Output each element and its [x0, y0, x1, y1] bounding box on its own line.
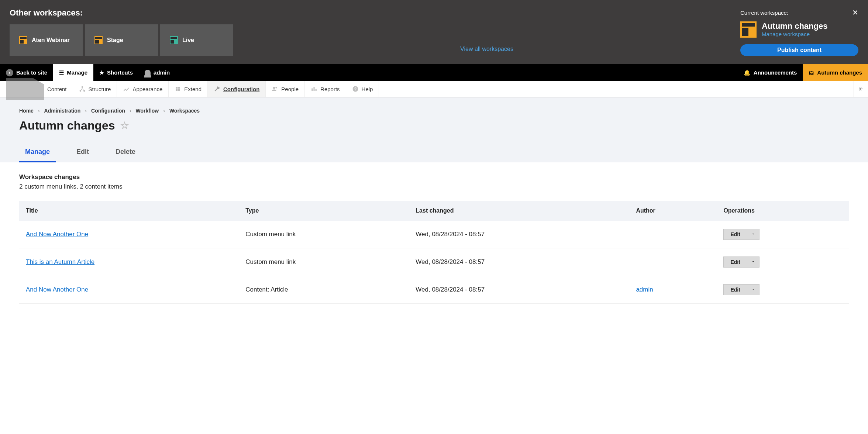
workspace-changes-heading: Workspace changes [19, 173, 849, 181]
close-icon[interactable]: ✕ [852, 8, 858, 17]
row-type: Content: Article [239, 276, 409, 304]
workspace-icon [170, 36, 178, 44]
bell-icon: 🔔 [744, 69, 751, 76]
workspace-icon [19, 36, 27, 44]
submenu-extend[interactable]: Extend [169, 81, 208, 97]
chevron-right-icon: › [163, 108, 165, 114]
svg-rect-7 [316, 89, 317, 91]
operations-dropdown-button[interactable] [747, 256, 760, 268]
workspace-icon [94, 36, 103, 44]
operations-dropdown-button[interactable] [747, 284, 760, 295]
breadcrumb-item[interactable]: Workflow [135, 108, 159, 114]
row-type: Custom menu link [239, 248, 409, 276]
table-row: This is an Autumn ArticleCustom menu lin… [19, 248, 849, 276]
svg-rect-6 [314, 87, 315, 91]
row-title-link[interactable]: This is an Autumn Article [26, 258, 94, 265]
svg-point-3 [273, 87, 275, 89]
breadcrumb-item[interactable]: Administration [44, 108, 81, 114]
breadcrumb-item[interactable]: Configuration [91, 108, 125, 114]
current-workspace-label: Current workspace: [740, 10, 788, 16]
collapse-menu-button[interactable] [854, 81, 868, 97]
chevron-down-icon [751, 232, 755, 236]
row-title-link[interactable]: And Now Another One [26, 231, 88, 238]
submenu-structure[interactable]: Structure [73, 81, 117, 97]
tab-delete[interactable]: Delete [110, 145, 141, 162]
col-type: Type [239, 201, 409, 221]
admin-toolbar: ‹Back to site ☰Manage ★Shortcuts admin 🔔… [0, 64, 868, 81]
changes-table: Title Type Last changed Author Operation… [19, 201, 849, 304]
wrench-icon [214, 86, 220, 92]
page-content: Workspace changes 2 custom menu links, 2… [0, 162, 868, 315]
workspace-indicator-button[interactable]: 🗂Autumn changes [803, 64, 868, 81]
workspace-changes-summary: 2 custom menu links, 2 content items [19, 183, 849, 190]
submenu-reports[interactable]: Reports [305, 81, 346, 97]
page-title: Autumn changes☆ [19, 119, 849, 132]
col-title: Title [19, 201, 239, 221]
workspace-tile-aten-webinar[interactable]: Aten Webinar [10, 24, 83, 56]
edit-button[interactable]: Edit [723, 284, 747, 295]
help-icon: ? [352, 86, 359, 92]
chevron-left-icon: ‹ [6, 69, 13, 76]
other-workspaces-heading: Other workspaces: [10, 8, 233, 18]
extend-icon [175, 86, 181, 92]
publish-content-button[interactable]: Publish content [740, 44, 858, 56]
col-last-changed: Last changed [409, 201, 629, 221]
submenu-configuration[interactable]: Configuration [208, 81, 266, 97]
row-author-link[interactable]: admin [636, 286, 653, 293]
shortcuts-button[interactable]: ★Shortcuts [93, 64, 139, 81]
row-last-changed: Wed, 08/28/2024 - 08:57 [409, 276, 629, 304]
user-icon [145, 70, 151, 76]
breadcrumb-item[interactable]: Home [19, 108, 34, 114]
workspace-tile-stage[interactable]: Stage [85, 24, 158, 56]
row-type: Custom menu link [239, 221, 409, 248]
col-author: Author [629, 201, 717, 221]
current-workspace-name: Autumn changes [762, 21, 827, 31]
appearance-icon [123, 86, 130, 92]
workspace-icon [740, 21, 757, 38]
breadcrumb-item[interactable]: Workspaces [169, 108, 200, 114]
row-last-changed: Wed, 08/28/2024 - 08:57 [409, 248, 629, 276]
manage-button[interactable]: ☰Manage [53, 64, 93, 81]
col-operations: Operations [717, 201, 849, 221]
admin-submenu: Content Structure Appearance Extend Conf… [0, 81, 868, 97]
submenu-content[interactable]: Content [0, 81, 73, 97]
breadcrumb: Home› Administration› Configuration› Wor… [19, 108, 849, 114]
workspace-switcher-panel: Other workspaces: Aten Webinar Stage Liv… [0, 0, 868, 64]
chevron-right-icon: › [85, 108, 87, 114]
submenu-help[interactable]: ?Help [346, 81, 379, 97]
workspace-tile-live[interactable]: Live [160, 24, 233, 56]
manage-workspace-link[interactable]: Manage workspace [762, 31, 810, 37]
chevron-down-icon [751, 287, 755, 292]
tab-edit[interactable]: Edit [70, 145, 95, 162]
tab-manage[interactable]: Manage [19, 145, 56, 162]
chevron-right-icon: › [130, 108, 131, 114]
edit-button[interactable]: Edit [723, 229, 747, 240]
announcements-button[interactable]: 🔔Announcements [738, 64, 803, 81]
view-all-workspaces-link[interactable]: View all workspaces [460, 46, 513, 52]
collapse-icon [858, 86, 864, 92]
workspace-icon: 🗂 [809, 69, 814, 76]
content-icon [6, 78, 44, 100]
structure-icon [79, 86, 86, 92]
svg-rect-5 [311, 89, 313, 92]
people-icon [272, 86, 278, 92]
chevron-down-icon [751, 259, 755, 264]
svg-point-4 [276, 87, 278, 89]
page-header: Home› Administration› Configuration› Wor… [0, 97, 868, 162]
operations-dropdown-button[interactable] [747, 229, 760, 240]
star-icon: ★ [99, 69, 104, 76]
primary-tabs: Manage Edit Delete [19, 145, 849, 162]
table-row: And Now Another OneCustom menu linkWed, … [19, 221, 849, 248]
workspace-tiles: Aten Webinar Stage Live [10, 24, 233, 56]
submenu-people[interactable]: People [266, 81, 305, 97]
row-title-link[interactable]: And Now Another One [26, 286, 88, 293]
edit-button[interactable]: Edit [723, 256, 747, 268]
submenu-appearance[interactable]: Appearance [117, 81, 169, 97]
reports-icon [311, 86, 317, 92]
hamburger-icon: ☰ [59, 69, 64, 76]
svg-text:?: ? [354, 87, 356, 91]
favorite-star-icon[interactable]: ☆ [120, 120, 129, 131]
user-menu-button[interactable]: admin [139, 64, 176, 81]
table-row: And Now Another OneContent: ArticleWed, … [19, 276, 849, 304]
row-last-changed: Wed, 08/28/2024 - 08:57 [409, 221, 629, 248]
